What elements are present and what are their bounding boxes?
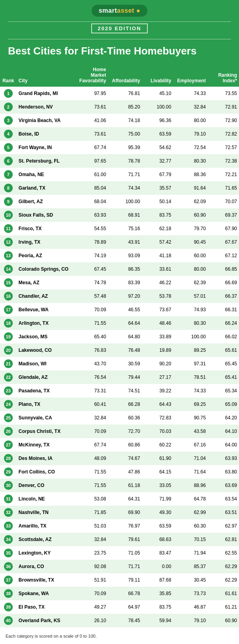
table-row: 21Madison, WI43.7030.5990.2097.3165.45 — [0, 357, 239, 370]
rank-badge: 11 — [4, 224, 13, 233]
value-cell: 61.61 — [208, 587, 239, 600]
value-cell: 88.96 — [173, 479, 208, 492]
value-cell: 30.59 — [108, 357, 142, 370]
value-cell: 35.57 — [142, 181, 173, 195]
value-cell: 70.09 — [76, 587, 108, 600]
value-cell: 87.68 — [142, 573, 173, 587]
value-cell: 76.54 — [76, 370, 108, 384]
value-cell: 65.41 — [208, 370, 239, 384]
value-cell: 97.31 — [173, 357, 208, 370]
rank-badge: 28 — [4, 454, 13, 463]
value-cell: 46.55 — [108, 303, 142, 316]
rank-cell: 26 — [0, 425, 17, 438]
value-cell: 49.27 — [76, 600, 108, 614]
value-cell: 65.40 — [76, 330, 108, 343]
value-cell: 66.28 — [108, 398, 142, 411]
rank-cell: 10 — [0, 208, 17, 222]
rank-cell: 19 — [0, 330, 17, 343]
rank-badge: 38 — [4, 589, 13, 598]
city-cell: Madison, WI — [17, 357, 76, 370]
rank-cell: 2 — [0, 100, 17, 114]
rank-badge: 17 — [4, 305, 13, 314]
value-cell: 76.83 — [76, 343, 108, 357]
value-cell: 65.09 — [208, 398, 239, 411]
value-cell: 66.78 — [108, 587, 142, 600]
city-cell: Fort Wayne, IN — [17, 141, 76, 154]
rank-badge: 6 — [4, 157, 13, 165]
value-cell: 78.78 — [108, 154, 142, 168]
value-cell: 39.22 — [142, 384, 173, 398]
city-cell: Irving, TX — [17, 235, 76, 249]
value-cell: 71.64 — [173, 465, 208, 479]
rank-cell: 40 — [0, 614, 17, 627]
value-cell: 62.55 — [208, 546, 239, 560]
value-cell: 74.93 — [173, 303, 208, 316]
rank-cell: 7 — [0, 168, 17, 181]
value-cell: 86.35 — [108, 262, 142, 276]
value-cell: 79.70 — [173, 222, 208, 235]
table-row: 11Frisco, TX54.5575.1662.1879.7067.90 — [0, 222, 239, 235]
rank-badge: 4 — [4, 130, 13, 138]
table-row: 17Bellevue, WA70.0946.5573.6774.9366.31 — [0, 303, 239, 316]
value-cell: 32.77 — [142, 154, 173, 168]
table-row: 14Colorado Springs, CO67.4586.3533.6180.… — [0, 262, 239, 276]
rank-badge: 26 — [4, 427, 13, 436]
value-cell: 88.36 — [173, 168, 208, 181]
value-cell: 63.59 — [142, 127, 173, 141]
city-cell: Corpus Christi, TX — [17, 425, 76, 438]
value-cell: 63.54 — [208, 492, 239, 506]
value-cell: 90.20 — [142, 357, 173, 370]
value-cell: 43.70 — [76, 357, 108, 370]
table-row: 27McKinney, TX67.7460.8660.2267.1664.00 — [0, 438, 239, 452]
value-cell: 71.04 — [173, 452, 208, 465]
value-cell: 61.90 — [142, 452, 173, 465]
value-cell: 64.31 — [108, 492, 142, 506]
value-cell: 73.61 — [76, 127, 108, 141]
rank-cell: 29 — [0, 465, 17, 479]
col-hmf: HomeMarketFavorability — [76, 64, 108, 87]
value-cell: 67.67 — [208, 235, 239, 249]
city-cell: Amarillo, TX — [17, 519, 76, 533]
value-cell: 26.10 — [76, 614, 108, 627]
rank-cell: 23 — [0, 384, 17, 398]
rank-badge: 9 — [4, 197, 13, 206]
value-cell: 48.46 — [142, 316, 173, 330]
city-cell: Colorado Springs, CO — [17, 262, 76, 276]
city-cell: Denver, CO — [17, 479, 76, 492]
city-cell: Des Moines, IA — [17, 452, 76, 465]
city-cell: Brownsville, TX — [17, 573, 76, 587]
city-cell: El Paso, TX — [17, 600, 76, 614]
value-cell: 32.84 — [173, 100, 208, 114]
value-cell: 89.25 — [173, 343, 208, 357]
table-row: 40Overland Park, KS26.1078.4559.9479.106… — [0, 614, 239, 627]
table-row: 23Pasadena, TX73.3174.5139.2274.3365.34 — [0, 384, 239, 398]
value-cell: 73.31 — [76, 384, 108, 398]
value-cell: 50.14 — [142, 195, 173, 208]
table-row: 12Irving, TX78.8943.9157.4290.4567.67 — [0, 235, 239, 249]
city-cell: Virginia Beach, VA — [17, 114, 76, 127]
value-cell: 100.00 — [108, 195, 142, 208]
value-cell: 67.12 — [208, 249, 239, 262]
value-cell: 62.09 — [173, 195, 208, 208]
value-cell: 74.19 — [76, 249, 108, 262]
table-row: 24Plano, TX60.4166.2864.4369.2565.09 — [0, 398, 239, 411]
value-cell: 66.69 — [208, 276, 239, 289]
table-row: 4Boise, ID73.6175.0063.5979.1072.82 — [0, 127, 239, 141]
table-row: 32Nashville, TN71.8569.9049.3062.9963.51 — [0, 506, 239, 519]
value-cell: 74.67 — [108, 452, 142, 465]
value-cell: 70.03 — [142, 425, 173, 438]
value-cell: 72.57 — [208, 141, 239, 154]
value-cell: 67.74 — [76, 438, 108, 452]
city-cell: Gilbert, AZ — [17, 195, 76, 208]
city-cell: Aurora, CO — [17, 560, 76, 573]
rank-cell: 13 — [0, 249, 17, 262]
value-cell: 69.37 — [208, 208, 239, 222]
table-row: 9Gilbert, AZ68.04100.0050.1462.0970.07 — [0, 195, 239, 208]
value-cell: 60.22 — [142, 438, 173, 452]
value-cell: 72.91 — [208, 100, 239, 114]
rank-badge: 8 — [4, 184, 13, 192]
value-cell: 65.45 — [208, 357, 239, 370]
city-cell: Arlington, TX — [17, 316, 76, 330]
value-cell: 61.21 — [208, 600, 239, 614]
value-cell: 80.30 — [173, 154, 208, 168]
